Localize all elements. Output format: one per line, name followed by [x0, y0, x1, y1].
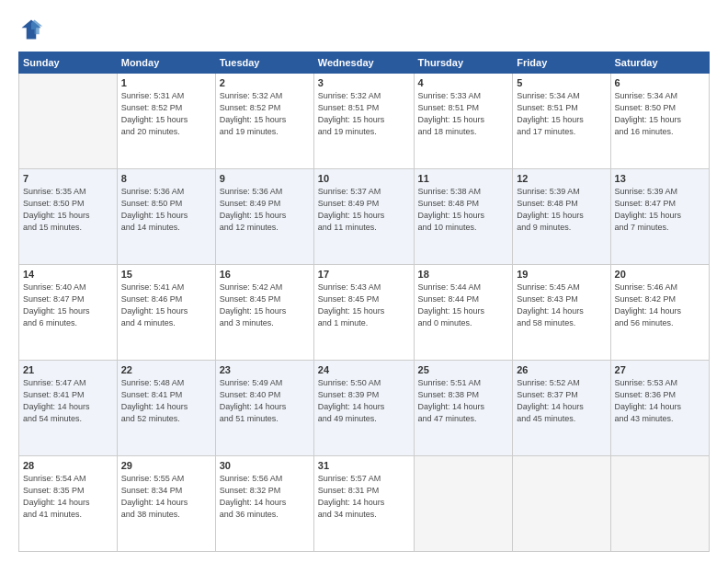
- day-info: Sunrise: 5:38 AM Sunset: 8:48 PM Dayligh…: [418, 186, 509, 234]
- calendar-day-cell: 11Sunrise: 5:38 AM Sunset: 8:48 PM Dayli…: [414, 169, 513, 265]
- day-info: Sunrise: 5:47 AM Sunset: 8:41 PM Dayligh…: [23, 377, 113, 425]
- weekday-header: Tuesday: [215, 52, 313, 74]
- day-info: Sunrise: 5:45 AM Sunset: 8:43 PM Dayligh…: [517, 282, 606, 329]
- day-number: 27: [615, 364, 705, 375]
- day-number: 23: [220, 364, 310, 375]
- calendar-day-cell: 21Sunrise: 5:47 AM Sunset: 8:41 PM Dayli…: [19, 361, 118, 456]
- calendar-day-cell: 27Sunrise: 5:53 AM Sunset: 8:36 PM Dayli…: [610, 361, 709, 456]
- calendar-day-cell: 4Sunrise: 5:33 AM Sunset: 8:51 PM Daylig…: [414, 74, 513, 169]
- day-info: Sunrise: 5:40 AM Sunset: 8:47 PM Dayligh…: [23, 282, 113, 329]
- day-info: Sunrise: 5:43 AM Sunset: 8:45 PM Dayligh…: [318, 282, 410, 329]
- day-info: Sunrise: 5:54 AM Sunset: 8:35 PM Dayligh…: [23, 473, 113, 521]
- day-number: 3: [318, 77, 410, 88]
- day-number: 16: [220, 269, 310, 280]
- day-number: 18: [418, 269, 509, 280]
- calendar-day-cell: 14Sunrise: 5:40 AM Sunset: 8:47 PM Dayli…: [19, 265, 118, 361]
- day-number: 21: [23, 364, 113, 375]
- calendar-week-row: 14Sunrise: 5:40 AM Sunset: 8:47 PM Dayli…: [19, 265, 710, 361]
- calendar-day-cell: 28Sunrise: 5:54 AM Sunset: 8:35 PM Dayli…: [19, 456, 118, 552]
- logo-icon: [18, 17, 44, 42]
- weekday-header: Thursday: [414, 52, 513, 74]
- day-info: Sunrise: 5:44 AM Sunset: 8:44 PM Dayligh…: [418, 282, 509, 329]
- day-info: Sunrise: 5:36 AM Sunset: 8:50 PM Dayligh…: [121, 186, 211, 234]
- day-info: Sunrise: 5:50 AM Sunset: 8:39 PM Dayligh…: [318, 377, 410, 425]
- calendar-week-row: 7Sunrise: 5:35 AM Sunset: 8:50 PM Daylig…: [19, 169, 710, 265]
- day-number: 24: [318, 364, 410, 375]
- day-info: Sunrise: 5:36 AM Sunset: 8:49 PM Dayligh…: [220, 186, 310, 234]
- day-number: 22: [121, 364, 211, 375]
- page: SundayMondayTuesdayWednesdayThursdayFrid…: [0, 0, 728, 563]
- calendar-day-cell: 8Sunrise: 5:36 AM Sunset: 8:50 PM Daylig…: [117, 169, 215, 265]
- calendar-day-cell: [414, 456, 513, 552]
- day-number: 10: [318, 173, 410, 184]
- weekday-header: Saturday: [610, 52, 709, 74]
- calendar-day-cell: 9Sunrise: 5:36 AM Sunset: 8:49 PM Daylig…: [215, 169, 313, 265]
- calendar-day-cell: 19Sunrise: 5:45 AM Sunset: 8:43 PM Dayli…: [513, 265, 610, 361]
- day-number: 31: [318, 460, 410, 471]
- calendar-day-cell: 12Sunrise: 5:39 AM Sunset: 8:48 PM Dayli…: [513, 169, 610, 265]
- day-number: 6: [615, 77, 705, 88]
- calendar-day-cell: 16Sunrise: 5:42 AM Sunset: 8:45 PM Dayli…: [215, 265, 313, 361]
- weekday-header: Wednesday: [313, 52, 414, 74]
- day-number: 8: [121, 173, 211, 184]
- day-info: Sunrise: 5:48 AM Sunset: 8:41 PM Dayligh…: [121, 377, 211, 425]
- calendar-day-cell: 29Sunrise: 5:55 AM Sunset: 8:34 PM Dayli…: [117, 456, 215, 552]
- calendar-week-row: 1Sunrise: 5:31 AM Sunset: 8:52 PM Daylig…: [19, 74, 710, 169]
- day-number: 17: [318, 269, 410, 280]
- day-number: 5: [517, 77, 606, 88]
- calendar-day-cell: 5Sunrise: 5:34 AM Sunset: 8:51 PM Daylig…: [513, 74, 610, 169]
- day-info: Sunrise: 5:56 AM Sunset: 8:32 PM Dayligh…: [220, 473, 310, 521]
- calendar-day-cell: 17Sunrise: 5:43 AM Sunset: 8:45 PM Dayli…: [313, 265, 414, 361]
- day-info: Sunrise: 5:42 AM Sunset: 8:45 PM Dayligh…: [220, 282, 310, 329]
- calendar-day-cell: 6Sunrise: 5:34 AM Sunset: 8:50 PM Daylig…: [610, 74, 709, 169]
- calendar-day-cell: 31Sunrise: 5:57 AM Sunset: 8:31 PM Dayli…: [313, 456, 414, 552]
- day-info: Sunrise: 5:31 AM Sunset: 8:52 PM Dayligh…: [121, 90, 211, 138]
- calendar-day-cell: 24Sunrise: 5:50 AM Sunset: 8:39 PM Dayli…: [313, 361, 414, 456]
- day-info: Sunrise: 5:53 AM Sunset: 8:36 PM Dayligh…: [615, 377, 705, 425]
- day-number: 4: [418, 77, 509, 88]
- day-info: Sunrise: 5:41 AM Sunset: 8:46 PM Dayligh…: [121, 282, 211, 329]
- day-info: Sunrise: 5:46 AM Sunset: 8:42 PM Dayligh…: [615, 282, 705, 329]
- logo: [18, 17, 48, 42]
- day-number: 9: [220, 173, 310, 184]
- day-number: 7: [23, 173, 113, 184]
- calendar-day-cell: 18Sunrise: 5:44 AM Sunset: 8:44 PM Dayli…: [414, 265, 513, 361]
- day-number: 1: [121, 77, 211, 88]
- calendar-day-cell: 26Sunrise: 5:52 AM Sunset: 8:37 PM Dayli…: [513, 361, 610, 456]
- weekday-header: Monday: [117, 52, 215, 74]
- calendar-day-cell: 2Sunrise: 5:32 AM Sunset: 8:52 PM Daylig…: [215, 74, 313, 169]
- day-number: 29: [121, 460, 211, 471]
- day-number: 30: [220, 460, 310, 471]
- day-info: Sunrise: 5:35 AM Sunset: 8:50 PM Dayligh…: [23, 186, 113, 234]
- day-number: 19: [517, 269, 606, 280]
- calendar-day-cell: 25Sunrise: 5:51 AM Sunset: 8:38 PM Dayli…: [414, 361, 513, 456]
- calendar-day-cell: 22Sunrise: 5:48 AM Sunset: 8:41 PM Dayli…: [117, 361, 215, 456]
- day-number: 15: [121, 269, 211, 280]
- calendar-table: SundayMondayTuesdayWednesdayThursdayFrid…: [18, 52, 710, 552]
- calendar-day-cell: 15Sunrise: 5:41 AM Sunset: 8:46 PM Dayli…: [117, 265, 215, 361]
- calendar-day-cell: 23Sunrise: 5:49 AM Sunset: 8:40 PM Dayli…: [215, 361, 313, 456]
- calendar-week-row: 21Sunrise: 5:47 AM Sunset: 8:41 PM Dayli…: [19, 361, 710, 456]
- day-info: Sunrise: 5:32 AM Sunset: 8:52 PM Dayligh…: [220, 90, 310, 138]
- day-info: Sunrise: 5:37 AM Sunset: 8:49 PM Dayligh…: [318, 186, 410, 234]
- day-info: Sunrise: 5:32 AM Sunset: 8:51 PM Dayligh…: [318, 90, 410, 138]
- calendar-header-row: SundayMondayTuesdayWednesdayThursdayFrid…: [19, 52, 710, 74]
- header: [18, 17, 710, 42]
- calendar-day-cell: [513, 456, 610, 552]
- day-info: Sunrise: 5:39 AM Sunset: 8:48 PM Dayligh…: [517, 186, 606, 234]
- day-number: 11: [418, 173, 509, 184]
- day-number: 28: [23, 460, 113, 471]
- day-number: 13: [615, 173, 705, 184]
- day-info: Sunrise: 5:34 AM Sunset: 8:51 PM Dayligh…: [517, 90, 606, 138]
- day-info: Sunrise: 5:55 AM Sunset: 8:34 PM Dayligh…: [121, 473, 211, 521]
- calendar-day-cell: 30Sunrise: 5:56 AM Sunset: 8:32 PM Dayli…: [215, 456, 313, 552]
- calendar-day-cell: 10Sunrise: 5:37 AM Sunset: 8:49 PM Dayli…: [313, 169, 414, 265]
- calendar-week-row: 28Sunrise: 5:54 AM Sunset: 8:35 PM Dayli…: [19, 456, 710, 552]
- calendar-day-cell: 13Sunrise: 5:39 AM Sunset: 8:47 PM Dayli…: [610, 169, 709, 265]
- day-info: Sunrise: 5:33 AM Sunset: 8:51 PM Dayligh…: [418, 90, 509, 138]
- day-info: Sunrise: 5:57 AM Sunset: 8:31 PM Dayligh…: [318, 473, 410, 521]
- calendar-day-cell: [19, 74, 118, 169]
- day-number: 14: [23, 269, 113, 280]
- day-number: 25: [418, 364, 509, 375]
- weekday-header: Friday: [513, 52, 610, 74]
